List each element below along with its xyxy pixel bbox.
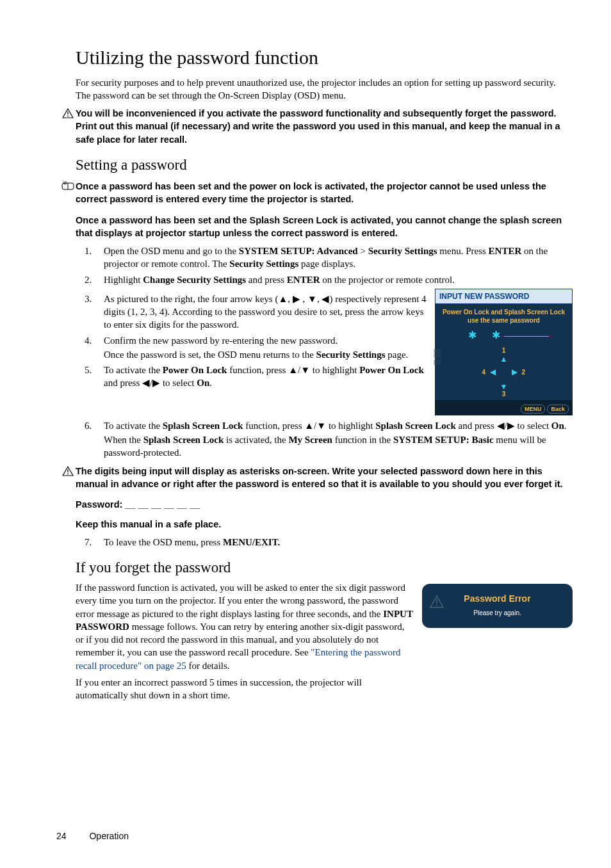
footer-section: Operation [89,831,128,841]
up-arrow-icon: ▲ [500,354,508,364]
keep-manual-text: Keep this manual in a safe place. [76,518,573,531]
page-footer: 24 Operation [56,830,129,842]
step-1: Open the OSD menu and go to the SYSTEM S… [104,245,573,271]
osd-stars: ✱ ✱ [440,328,567,342]
intro-paragraph: For security purposes and to help preven… [76,76,573,102]
forget-paragraph-2: If you enter an incorrect password 5 tim… [76,676,414,702]
step-3: As pictured to the right, the four arrow… [104,293,427,332]
osd-menu-button: MENU [521,405,546,414]
password-error-figure: Password Error Please try again. [422,584,573,627]
step-5: To activate the Power On Lock function, … [104,364,427,390]
note-icon [60,180,76,190]
warning-icon [60,107,76,118]
left-arrow-icon: ◀ [490,367,496,377]
warning-icon [60,465,76,476]
password-blanks: Password: __ __ __ __ __ __ [76,498,573,511]
page-number: 24 [56,831,67,841]
step-6: To activate the Splash Screen Lock funct… [104,419,573,460]
osd-title: INPUT NEW PASSWORD [435,289,573,304]
error-message: Please try again. [428,609,566,618]
forget-paragraph-1: If the password function is activated, y… [76,581,414,672]
setting-password-heading: Setting a password [76,155,573,175]
osd-subtitle: Power On Lock and Splash Screen Lock use… [440,308,567,325]
note-text-2: Once a password has been set and the Spl… [76,214,573,240]
step-4: Confirm the new password by re-entering … [104,334,427,362]
step-7: To leave the OSD menu, press MENU/EXIT. [104,536,573,549]
warning-icon [430,595,444,608]
right-arrow-icon: ▶ [512,367,517,377]
steps-list: Open the OSD menu and go to the SYSTEM S… [76,245,573,286]
warning-text-2: The digits being input will display as a… [76,465,573,491]
osd-back-button: Back [547,405,569,414]
error-title: Password Error [428,593,566,605]
osd-direction-pad: 1 ▲ ▼ 3 4 ◀ ▶ 2 [440,346,567,398]
step-2: Highlight Change Security Settings and p… [104,273,573,286]
page-title: Utilizing the password function [76,45,573,71]
warning-text-1: You will be inconvenienced if you activa… [76,107,573,146]
osd-input-password-figure: INPUT NEW PASSWORD Power On Lock and Spl… [435,289,573,415]
forget-password-heading: If you forget the password [76,558,573,577]
note-text-1: Once a password has been set and the pow… [76,180,573,206]
